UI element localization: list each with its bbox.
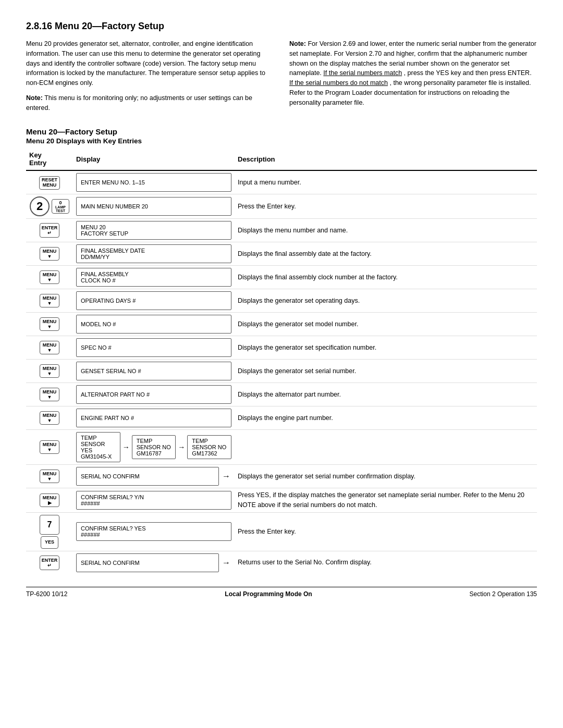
key-entry-cell: 2 0LAMPTEST [26, 194, 73, 219]
description-cell: Displays the engine part number. [235, 406, 537, 430]
display-box: TEMP SENSOR NOGM17362 [187, 435, 231, 459]
section-title: Menu 20—Factory Setup [26, 127, 537, 136]
description-cell: Input a menu number. [235, 170, 537, 194]
table-row: MENU▼MODEL NO #Displays the generator se… [26, 313, 537, 336]
col-header-desc: Description [235, 150, 537, 170]
table-row: MENU▼FINAL ASSEMBLY DATEDD/MM/YYDisplays… [26, 242, 537, 266]
display-cell: SPEC NO # [73, 336, 235, 360]
display-box: SPEC NO # [76, 338, 231, 357]
footer-center: Local Programming Mode On [225, 590, 312, 598]
col-header-key: KeyEntry [26, 150, 73, 170]
display-cell: SERIAL NO CONFIRM → [73, 465, 235, 488]
intro-right-note: Note: For Version 2.69 and lower, enter … [289, 39, 537, 107]
subsection-title: Menu 20 Displays with Key Entries [26, 137, 537, 145]
menu-down-key: MENU▼ [40, 270, 60, 284]
display-cell: MODEL NO # [73, 313, 235, 336]
display-cell: ALTERNATOR PART NO # [73, 383, 235, 406]
display-box: ENGINE PART NO # [76, 409, 231, 427]
display-box: TEMP SENSOR NOGM16787 [132, 435, 176, 459]
table-row: MENU▼ SERIAL NO CONFIRM → Displays the g… [26, 465, 537, 488]
display-box: CONFIRM SERIAL? Y/N###### [76, 491, 231, 510]
arrow-right-icon: → [221, 553, 231, 572]
intro-para1: Menu 20 provides generator set, alternat… [26, 39, 274, 88]
reset-menu-key: RESETMENU [39, 176, 60, 190]
display-box: FINAL ASSEMBLYCLOCK NO # [76, 268, 231, 287]
table-row: ENTER↵ SERIAL NO CONFIRM → Returns user … [26, 551, 537, 574]
menu-down-key: MENU▼ [40, 411, 60, 425]
footer-left: TP-6200 10/12 [26, 590, 67, 598]
description-cell: Displays the generator set serial number… [235, 465, 537, 488]
footer-right: Section 2 Operation 135 [470, 590, 537, 598]
menu-down-key: MENU▼ [40, 247, 60, 261]
display-cell: CONFIRM SERIAL? Y/N###### [73, 488, 235, 513]
description-cell: Displays the generator set operating day… [235, 289, 537, 313]
description-cell: Returns user to the Serial No. Confirm d… [235, 551, 537, 574]
description-cell: Displays the final assembly date at the … [235, 242, 537, 266]
display-box: SERIAL NO CONFIRM [76, 553, 219, 572]
key-entry-cell: RESETMENU [26, 170, 73, 194]
display-cell: MAIN MENU NUMBER 20 [73, 194, 235, 219]
menu-down-key: MENU▼ [40, 388, 60, 401]
display-box: CONFIRM SERIAL? YES###### [76, 522, 231, 541]
display-box: ENTER MENU NO. 1–15 [76, 173, 231, 192]
description-cell [235, 430, 537, 465]
display-cell: MENU 20FACTORY SETUP [73, 219, 235, 242]
display-box: MODEL NO # [76, 315, 231, 334]
col-header-display: Display [73, 150, 235, 170]
arrow-right-icon: → [221, 467, 231, 486]
intro-note: Note: This menu is for monitoring only; … [26, 93, 274, 113]
menu-down-key: MENU▼ [40, 440, 60, 454]
arrow-right-icon: → [178, 443, 185, 451]
table-row: MENU▼FINAL ASSEMBLYCLOCK NO #Displays th… [26, 266, 537, 289]
menu-table: KeyEntry Display Description RESETMENUEN… [26, 150, 537, 574]
enter-key: ENTER↵ [40, 223, 59, 238]
lamp-test-key: 0LAMPTEST [52, 199, 69, 214]
table-row: MENU▼ALTERNATOR PART NO #Displays the al… [26, 383, 537, 406]
display-box: ALTERNATOR PART NO # [76, 385, 231, 404]
display-cell: SERIAL NO CONFIRM → [73, 551, 235, 574]
yes-key: YES [41, 536, 58, 549]
table-row: MENU▼TEMP SENSOR YESGM31045-X→TEMP SENSO… [26, 430, 537, 465]
menu-right-key: MENU▶ [40, 493, 60, 507]
key-entry-cell: MENU▼ [26, 242, 73, 266]
menu-down-key: MENU▼ [40, 470, 60, 483]
table-row: MENU▼GENSET SERIAL NO #Displays the gene… [26, 360, 537, 383]
description-cell: Press the Enter key. [235, 512, 537, 551]
key-entry-cell: MENU▼ [26, 289, 73, 313]
number-7-key: 7 [40, 515, 59, 535]
description-cell: Displays the generator set serial number… [235, 360, 537, 383]
table-row: MENU▼ENGINE PART NO #Displays the engine… [26, 406, 537, 430]
table-row: MENU▼OPERATING DAYS #Displays the genera… [26, 289, 537, 313]
key-entry-cell: ENTER↵ [26, 551, 73, 574]
display-cell: ENTER MENU NO. 1–15 [73, 170, 235, 194]
description-cell: Displays the menu number and name. [235, 219, 537, 242]
description-cell: Displays the alternator part number. [235, 383, 537, 406]
key-entry-cell: MENU▼ [26, 336, 73, 360]
display-box: FINAL ASSEMBLY DATEDD/MM/YY [76, 244, 231, 263]
display-cell: GENSET SERIAL NO # [73, 360, 235, 383]
table-row: 7 YES CONFIRM SERIAL? YES######Press the… [26, 512, 537, 551]
key-entry-cell: MENU▼ [26, 360, 73, 383]
key-entry-cell: 7 YES [26, 512, 73, 551]
description-cell: Press the Enter key. [235, 194, 537, 219]
display-box: OPERATING DAYS # [76, 291, 231, 310]
table-row: MENU▶CONFIRM SERIAL? Y/N######Press YES,… [26, 488, 537, 513]
display-cell: OPERATING DAYS # [73, 289, 235, 313]
description-cell: Displays the generator set model number. [235, 313, 537, 336]
key-entry-cell: MENU▼ [26, 266, 73, 289]
display-box: SERIAL NO CONFIRM [76, 467, 219, 486]
number-2-key: 2 [30, 196, 50, 216]
page-footer: TP-6200 10/12 Local Programming Mode On … [26, 587, 537, 598]
display-cell: CONFIRM SERIAL? YES###### [73, 512, 235, 551]
enter-key: ENTER↵ [40, 556, 59, 570]
arrow-right-icon: → [123, 443, 130, 451]
display-cell: TEMP SENSOR YESGM31045-X→TEMP SENSOR NOG… [73, 430, 235, 465]
intro-left: Menu 20 provides generator set, alternat… [26, 39, 274, 118]
table-header: KeyEntry Display Description [26, 150, 537, 170]
table-row: MENU▼SPEC NO #Displays the generator set… [26, 336, 537, 360]
menu-down-key: MENU▼ [40, 294, 60, 307]
key-entry-cell: MENU▼ [26, 406, 73, 430]
menu-down-key: MENU▼ [40, 317, 60, 331]
display-cell: FINAL ASSEMBLYCLOCK NO # [73, 266, 235, 289]
key-entry-cell: ENTER↵ [26, 219, 73, 242]
